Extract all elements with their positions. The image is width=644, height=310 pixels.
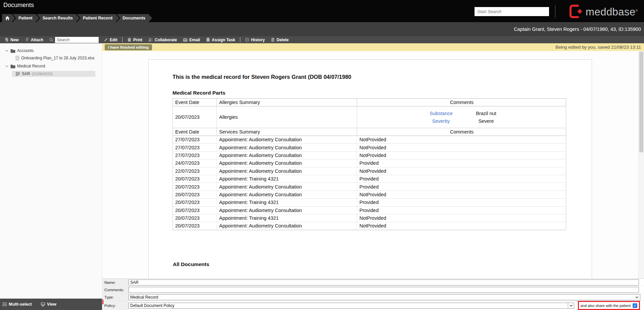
attach-button[interactable]: Attach xyxy=(22,36,46,43)
app-window: Documents PatientSearch ResultsPatient R… xyxy=(0,0,644,310)
form-row-comments: Comments: xyxy=(102,286,644,294)
breadcrumb-item[interactable]: Patient Record xyxy=(77,14,119,22)
service-summary-cell: Appointment: Audiometry Consultation xyxy=(217,207,357,214)
share-with-patient-checkbox[interactable]: ✓ xyxy=(633,303,637,308)
document-search-input[interactable] xyxy=(55,37,99,43)
monitor-icon xyxy=(41,302,45,307)
header-divider xyxy=(555,5,555,18)
sidebar-footer-bar: Multi-select View xyxy=(0,299,102,310)
table-row: 24/07/2023 Appointment: Audiometry Consu… xyxy=(172,159,566,167)
list-icon xyxy=(2,302,7,306)
section-heading-all-documents: All Documents xyxy=(173,261,592,267)
event-date-cell: 20/07/2023 xyxy=(173,222,217,229)
status-cell: Provided xyxy=(357,199,566,206)
document-lines-icon xyxy=(15,72,20,76)
scrollbar-thumb[interactable] xyxy=(639,52,643,152)
edit-button[interactable]: Edit xyxy=(101,36,120,43)
column-header: Event Date xyxy=(173,128,217,136)
table-row: 20/07/2023 Appointment: Audiometry Consu… xyxy=(172,191,566,199)
services-table-body: 27/07/2023 Appointment: Audiometry Consu… xyxy=(172,136,566,230)
event-date-cell: 22/07/2023 xyxy=(173,167,217,175)
global-search-input[interactable] xyxy=(475,7,549,16)
document-date-meta: (21/08/2023) xyxy=(32,72,53,76)
registered-mark: ® xyxy=(636,9,638,12)
detail-label-link[interactable]: Substance xyxy=(427,111,476,116)
email-button[interactable]: Email xyxy=(180,36,203,43)
event-date-cell: 27/07/2023 xyxy=(173,144,217,151)
column-header: Event Date xyxy=(173,99,217,106)
event-date-cell: 24/07/2023 xyxy=(173,159,217,167)
envelope-icon xyxy=(183,38,188,42)
form-row-type: Type: Medical Record xyxy=(102,294,644,301)
vertical-scrollbar[interactable] xyxy=(638,51,644,278)
service-summary-cell: Appointment: Audiometry Consultation xyxy=(217,167,357,175)
finished-editing-button[interactable]: I have finished editing xyxy=(105,44,152,50)
event-date-cell: 20/07/2023 xyxy=(173,214,217,222)
tree-file-onboarding-plan[interactable]: Onboarding Plan_17 to 28 July 2023.xlsx xyxy=(0,55,102,61)
red-highlight-tick xyxy=(102,300,103,304)
toolbar-separator xyxy=(240,37,240,42)
clipboard-icon xyxy=(206,38,210,42)
breadcrumb-item[interactable]: Search Results xyxy=(37,14,80,22)
chevron-down-icon[interactable] xyxy=(5,64,9,68)
chevron-down-icon[interactable] xyxy=(634,295,640,300)
breadcrumb-item[interactable]: Patient xyxy=(12,14,39,22)
folder-icon xyxy=(10,64,15,68)
patient-info-text: Captain Grant, Steven Rogers - 04/07/198… xyxy=(514,27,641,32)
share-with-patient-label: and also share with the patient xyxy=(581,304,631,308)
type-selected-value: Medical Record xyxy=(130,295,158,300)
service-summary-cell: Appointment: Audiometry Consultation xyxy=(217,144,357,151)
service-summary-cell: Appointment: Audiometry Consultation xyxy=(217,136,357,143)
name-field[interactable] xyxy=(129,279,639,286)
meddbase-logo-icon xyxy=(568,4,583,19)
services-table-header: Event Date Services Summary Comments xyxy=(172,128,566,136)
multi-select-button[interactable]: Multi-select xyxy=(2,302,32,307)
policy-select[interactable]: Default Document Policy xyxy=(129,303,574,309)
detail-label-link[interactable]: Severity xyxy=(430,118,479,124)
folder-icon xyxy=(10,49,15,53)
event-date-cell: 27/07/2023 xyxy=(173,136,217,143)
policy-label: Policy: xyxy=(102,301,129,310)
column-header: Comments xyxy=(357,128,566,136)
table-row: 20/07/2023 Appointment: Audiometry Consu… xyxy=(172,222,566,230)
search-icon xyxy=(49,38,54,42)
breadcrumb-item[interactable]: Documents xyxy=(116,14,152,22)
chevron-down-icon[interactable] xyxy=(5,49,9,53)
event-date-cell: 20/07/2023 xyxy=(173,175,217,183)
tree-document-sar-selected[interactable]: SAR (21/08/2023) xyxy=(12,71,95,77)
new-document-icon xyxy=(4,38,9,42)
patient-info-bar: Captain Grant, Steven Rogers - 04/07/198… xyxy=(0,22,644,36)
service-summary-cell: Appointment: Training 4321 xyxy=(217,214,357,222)
policy-selected-value: Default Document Policy xyxy=(130,303,174,308)
type-select[interactable]: Medical Record xyxy=(129,294,640,300)
delete-button[interactable]: Delete xyxy=(268,36,292,43)
form-row-policy: Policy: Default Document Policy and also… xyxy=(102,301,644,310)
tree-folder-medical-record[interactable]: Medical Record xyxy=(0,63,102,69)
history-button[interactable]: History xyxy=(242,36,268,43)
table-row: 20/07/2023 Appointment: Audiometry Consu… xyxy=(172,183,566,191)
assign-task-button[interactable]: Assign Task xyxy=(203,36,238,43)
summary-cell: Allergies xyxy=(217,106,357,128)
print-button[interactable]: Print xyxy=(124,36,145,43)
status-cell: NotProvided xyxy=(357,214,566,222)
chevron-down-icon[interactable] xyxy=(568,303,574,308)
view-button[interactable]: View xyxy=(41,302,56,307)
tree-folder-accounts[interactable]: Accounts xyxy=(0,47,102,54)
status-cell: NotProvided xyxy=(357,136,566,143)
comments-field[interactable] xyxy=(129,287,639,293)
brand-name: meddbase® xyxy=(586,4,638,19)
document-page: This is the medical record for Steven Ro… xyxy=(148,59,592,278)
breadcrumb-home[interactable] xyxy=(2,14,15,22)
column-header: Allergies Summary xyxy=(217,99,357,106)
new-button[interactable]: New xyxy=(1,36,22,43)
column-header: Services Summary xyxy=(217,128,357,136)
file-icon xyxy=(15,56,19,60)
status-cell: Provided xyxy=(357,183,566,190)
service-summary-cell: Appointment: Audiometry Consultation xyxy=(217,152,357,159)
table-row: 20/07/2023 Appointment: Training 4321 No… xyxy=(172,214,566,222)
toolbar-search xyxy=(49,37,99,43)
document-properties-form: Name: Comments: Type: Medical Record xyxy=(102,278,644,310)
main-body: Accounts Onboarding Plan_17 to 28 July 2… xyxy=(0,43,644,310)
collaborate-button[interactable]: Collaborate xyxy=(145,36,180,43)
service-summary-cell: Appointment: Training 4321 xyxy=(217,199,357,206)
